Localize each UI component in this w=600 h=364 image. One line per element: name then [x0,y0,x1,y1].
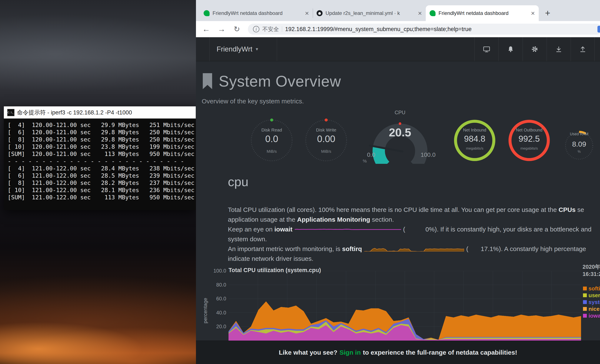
softirq-label: softirq [342,245,362,252]
new-tab-button[interactable]: + [542,7,554,19]
gauge-value: 20.5 [363,126,437,139]
legend-item-user[interactable]: user [583,292,600,299]
legend-swatch [583,314,587,318]
security-label: 不安全 [262,26,279,33]
gauge-label: Disk Write [304,127,348,132]
chart-legend: softirqusersystemniceiowait [583,285,600,319]
tab-close-icon[interactable]: × [531,10,535,17]
terminal-window[interactable]: C:\_ 命令提示符 - iperf3 -c 192.168.1.2 -P4 -… [4,106,196,210]
upload-icon [579,45,587,53]
y-axis-label: percentage [202,298,208,323]
tab-label: FriendlyWrt netdata dashboard [439,10,528,16]
gauge-unit: megabits/s [508,146,550,151]
gauge-value: 984.8 [453,134,496,144]
page-title: System Overview [219,73,341,90]
terminal-title: 命令提示符 - iperf3 -c 192.168.1.2 -P4 -t1000 [17,109,132,116]
applications-monitoring-link[interactable]: Applications Monitoring [297,216,370,223]
terminal-line: [ 8] 121.00-122.00 sec 28.2 MBytes 237 M… [8,179,192,187]
gauge-min: 0.0 [367,151,375,158]
y-tick: 20.0 [208,324,226,329]
cmd-icon: C:\_ [7,109,14,116]
back-button[interactable]: ← [201,24,211,34]
text: Total CPU utilization (all cores). 100% … [228,206,559,213]
terminal-line: [SUM] 120.00-121.00 sec 113 MBytes 950 M… [8,150,192,158]
tab-label: FriendlyWrt netdata dashboard [213,10,302,16]
import-button[interactable] [547,37,571,61]
terminal-line: [ 10] 120.00-121.00 sec 23.8 MBytes 199 … [8,143,192,150]
legend-item-nice[interactable]: nice [583,306,600,312]
tab-github[interactable]: Update r2s_lean_minimal.yml · k × [313,5,426,21]
brand-dropdown[interactable]: FriendlyWrt ▾ [209,37,277,61]
gauge-value: 0.00 [304,134,348,144]
gauge-unit: megabits/s [453,146,496,151]
site-info-icon[interactable]: i [253,26,259,32]
netdata-page: FriendlyWrt ▾ [196,37,600,364]
download-icon [555,45,562,53]
url-text[interactable]: 192.168.2.1:19999/#menu_system_submenu_c… [285,26,472,33]
gauge-used-ram[interactable]: Used RAM 8.09 % [562,129,596,163]
legend-item-iowait[interactable]: iowait [583,312,600,319]
chart-datetime: 2020年3 16:31:2 [582,263,600,278]
y-tick: 80.0 [208,282,226,288]
terminal-line: [SUM] 121.00-122.00 sec 113 MBytes 950 M… [8,194,192,201]
legend-item-system[interactable]: system [583,299,600,306]
address-bar[interactable]: i 不安全 192.168.2.1:19999/#menu_system_sub… [248,24,600,35]
page-subtitle: Overview of the key system metrics. [202,98,304,105]
legend-label: softirq [589,285,600,292]
terminal-line: [ 8] 120.00-121.00 sec 29.8 MBytes 250 M… [8,136,192,143]
terminal-line: [ 4] 120.00-121.00 sec 29.9 MBytes 251 M… [8,121,192,129]
gauge-net-outbound[interactable]: Net Outbound 992.5 megabits/s [508,119,550,162]
terminal-titlebar[interactable]: C:\_ 命令提示符 - iperf3 -c 192.168.1.2 -P4 -… [4,106,196,119]
signin-banner: Like what you see? Sign in to experience… [196,341,600,364]
tab-close-icon[interactable]: × [305,10,309,17]
text: An important metric worth monitoring, is [228,245,342,252]
cpu-utilization-chart[interactable] [228,271,581,341]
tab-netdata-active[interactable]: FriendlyWrt netdata dashboard × [426,5,539,21]
browser-window: FriendlyWrt netdata dashboard × Update r… [196,0,600,364]
text: system down. [228,235,267,243]
y-tick: 40.0 [208,310,226,316]
settings-button[interactable] [523,37,547,61]
text-line: indicate network driver issues. [228,254,600,264]
banner-text: Like what you see? [279,349,337,356]
terminal-line: [ 6] 121.00-122.00 sec 28.5 MBytes 239 M… [8,172,192,179]
alarms-button[interactable] [498,37,523,61]
terminal-line: [ 4] 121.00-122.00 sec 28.4 MBytes 238 M… [8,165,192,172]
netdata-favicon [204,10,210,16]
gauge-disk-read[interactable]: Disk Read 0.0 MiB/s [250,118,294,163]
text-line: An important metric worth monitoring, is… [228,244,600,254]
legend-label: iowait [589,313,600,319]
tab-netdata-1[interactable]: FriendlyWrt netdata dashboard × [200,5,313,21]
gauge-unit: MiB/s [250,149,294,154]
iowait-label: iowait [274,226,292,233]
legend-item-softirq[interactable]: softirq [583,285,600,292]
tab-label: Update r2s_lean_minimal.yml · k [326,10,415,16]
terminal-body[interactable]: [ 4] 120.00-121.00 sec 29.9 MBytes 251 M… [4,119,196,210]
text: If it is constantly high, your disks are… [439,226,591,233]
gauge-net-inbound[interactable]: Net Inbound 984.8 megabits/s [453,119,496,162]
cpus-link[interactable]: CPUs [559,206,576,213]
clipped-toolbar-icon[interactable] [598,26,600,33]
tab-close-icon[interactable]: × [418,10,422,17]
iowait-sparkline[interactable] [295,228,401,231]
gauge-disk-write[interactable]: Disk Write 0.00 MiB/s [304,118,348,163]
gauge-cpu[interactable]: CPU 20.5 0.0 100.0 % [363,110,437,171]
sign-in-link[interactable]: Sign in [339,349,361,356]
terminal-line: [ 10] 121.00-122.00 sec 28.1 MBytes 236 … [8,187,192,194]
text: section. [370,216,394,223]
chart-time: 16:31:2 [582,271,600,278]
reload-button[interactable]: ↻ [232,24,242,34]
text: ( [466,245,468,252]
text-line: application usage at the Applications Mo… [228,215,600,224]
terminal-line: - - - - - - - - - - - - - - - - - - - - … [8,158,192,165]
netdata-favicon [430,10,436,16]
text-line: Total CPU utilization (all cores). 100% … [228,205,600,215]
caret-down-icon: ▾ [256,46,258,52]
forward-button[interactable]: → [216,24,227,34]
export-button[interactable] [571,37,595,61]
chart-date: 2020年3 [582,263,600,271]
text: Keep an eye on [228,226,274,233]
softirq-sparkline[interactable] [364,246,464,252]
gauge-label: CPU [363,110,437,115]
my-netdata-button[interactable] [474,37,498,61]
